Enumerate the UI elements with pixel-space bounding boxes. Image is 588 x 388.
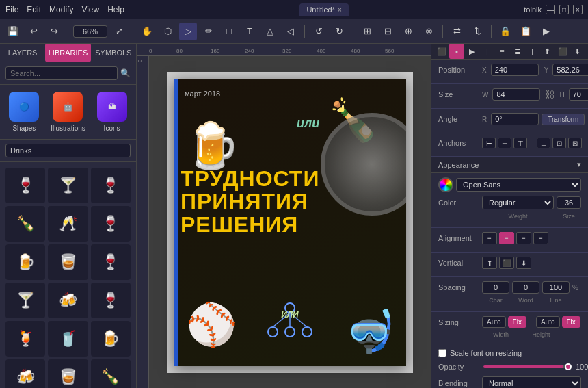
list-item[interactable]: 🥂 [48,206,88,242]
align-middle-btn[interactable]: ⬛ [555,44,570,59]
align-right-text[interactable]: ≡ [516,232,531,244]
menu-edit[interactable]: Edit [27,5,41,14]
blending-select[interactable]: Normal [482,376,581,388]
char-spacing-input[interactable] [482,281,509,294]
grid-button[interactable]: ⊞ [358,23,376,40]
align-left-btn[interactable]: ⬛ [434,44,449,59]
height-auto-toggle[interactable]: Auto [536,316,560,328]
undo-button[interactable]: ↩ [25,23,42,40]
anchor-left[interactable]: ⊢ [482,138,496,148]
list-item[interactable]: 🍻 [48,283,88,318]
position-x-input[interactable] [491,64,539,76]
anchor-right[interactable]: ⊤ [513,138,527,148]
transform-button[interactable]: Transform [542,114,585,125]
anchor-center-v[interactable]: ⊡ [552,138,566,148]
subtract-button[interactable]: ⊗ [420,23,438,40]
tab-layers[interactable]: LAYERS [0,44,45,62]
width-auto-toggle[interactable]: Auto [482,316,506,328]
valign-middle[interactable]: ⬛ [499,257,514,269]
align-bottom-btn[interactable]: ⬇ [570,44,585,59]
list-item[interactable]: 🍷 [91,244,131,280]
list-item[interactable]: 🍺 [91,321,131,357]
pen-tool[interactable]: ✏ [200,23,217,40]
height-fix-toggle[interactable]: Fix [562,316,580,328]
menu-file[interactable]: File [5,5,18,14]
size-h-input[interactable] [569,88,588,101]
style-select[interactable]: Regular [482,196,554,209]
menu-modify[interactable]: Modify [49,5,73,14]
valign-top[interactable]: ⬆ [482,257,497,269]
search-icon[interactable]: 🔍 [120,68,131,78]
angle-input[interactable] [491,113,539,125]
library-illustrations[interactable]: 🤖 Illustrations [51,92,85,132]
font-select[interactable]: Open Sans [456,178,581,192]
align-center-text[interactable]: ≡ [499,232,514,244]
canvas-area[interactable]: 0 80 160 240 320 400 480 560 0 [137,44,431,388]
fit-button[interactable]: ⤢ [110,23,128,40]
magnet-tool[interactable]: ⬡ [159,23,176,40]
pan-tool[interactable]: ✋ [138,23,156,40]
list-item[interactable]: 🍷 [91,283,131,318]
arrow-tool[interactable]: ◁ [282,23,299,40]
tab-libraries[interactable]: LIBRARIES [45,44,90,62]
list-item[interactable]: 🍷 [91,168,131,203]
save-button[interactable]: 💾 [4,23,22,40]
union-button[interactable]: ⊟ [379,23,397,40]
category-select[interactable]: Drinks [5,144,131,157]
align-justify-text[interactable]: ≡ [533,232,548,244]
list-item[interactable]: 🥃 [48,244,88,280]
anchor-bottom[interactable]: ⊠ [568,138,582,148]
width-fix-toggle[interactable]: Fix [508,316,526,328]
anchor-top[interactable]: ⊥ [537,138,550,148]
align-right-btn[interactable]: ▶ [464,44,479,59]
export-button[interactable]: ⇄ [448,23,466,40]
close-tab-icon[interactable]: × [338,6,342,14]
list-item[interactable]: 🍸 [5,283,45,318]
redo-button[interactable]: ↪ [45,23,63,40]
clipboard-button[interactable]: 📋 [517,23,535,40]
list-item[interactable]: 🍷 [91,206,131,242]
zoom-display[interactable]: 66% [73,25,107,38]
minimize-button[interactable]: — [546,5,555,14]
import-button[interactable]: ⇅ [468,23,486,40]
align-left-text[interactable]: ≡ [482,232,497,244]
size-w-input[interactable] [492,88,540,101]
select-tool[interactable]: ▷ [179,23,197,40]
list-item[interactable]: 🥤 [48,321,88,357]
play-button[interactable]: ▶ [537,23,555,40]
menu-view[interactable]: View [81,5,99,14]
canvas-content[interactable]: март 2018 или 🍺 🍾 ТРУДНОСТИ ПРИНЯТИЯ РЕШ… [149,56,431,388]
line-spacing-input[interactable] [542,281,570,294]
rotate-left-button[interactable]: ↺ [310,23,328,40]
appearance-dropdown-icon[interactable]: ▾ [577,160,581,169]
maximize-button[interactable]: □ [559,5,569,14]
text-tool[interactable]: T [241,23,258,40]
intersect-button[interactable]: ⊕ [399,23,417,40]
triangle-tool[interactable]: △ [261,23,279,40]
opacity-slider[interactable] [483,365,572,368]
distribute-v-btn[interactable]: ≣ [510,44,525,59]
menu-help[interactable]: Help [107,5,124,14]
align-center-btn[interactable]: ▪ [449,44,464,59]
list-item[interactable]: 🍻 [5,359,45,388]
anchor-center-h[interactable]: ⊣ [498,138,511,148]
link-icon[interactable]: ⛓ [545,89,554,100]
distribute-h-btn[interactable]: ≡ [494,44,509,59]
list-item[interactable]: 🍺 [5,244,45,280]
rotate-right-button[interactable]: ↻ [330,23,348,40]
position-y-input[interactable] [552,64,588,76]
lock-button[interactable]: 🔒 [496,23,514,40]
list-item[interactable]: 🍹 [5,321,45,357]
list-item[interactable]: 🍾 [91,359,131,388]
search-input[interactable] [5,66,118,80]
align-top-btn[interactable]: ⬆ [540,44,555,59]
valign-bottom[interactable]: ⬇ [516,257,531,269]
list-item[interactable]: 🍸 [48,168,88,203]
document-tab[interactable]: Untitled* × [299,3,348,16]
color-swatch[interactable] [438,177,453,192]
library-shapes[interactable]: 🔵 Shapes [9,92,39,132]
font-size-input[interactable] [557,196,581,209]
list-item[interactable]: 🍾 [5,206,45,242]
tab-symbols[interactable]: SYMBOLS [91,44,136,62]
word-spacing-input[interactable] [512,281,539,294]
